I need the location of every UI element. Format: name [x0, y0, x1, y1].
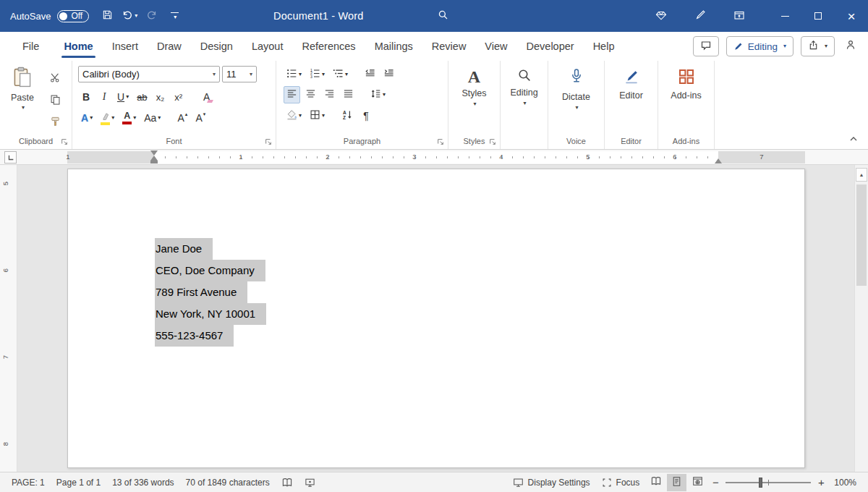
zoom-slider[interactable]	[726, 482, 811, 483]
redo-button[interactable]	[142, 5, 162, 27]
borders-button[interactable]: ▾	[307, 107, 328, 124]
styles-button[interactable]: A Styles ▾	[448, 61, 500, 132]
align-right-button[interactable]	[321, 86, 338, 103]
bullets-button[interactable]: ▾	[284, 66, 305, 83]
collapse-ribbon-button[interactable]	[849, 132, 858, 145]
document-line[interactable]: Jane Doe	[155, 238, 804, 260]
selected-text[interactable]: 789 First Avenue	[155, 281, 247, 303]
clipboard-dialog-launcher[interactable]	[61, 138, 68, 145]
diamond-button[interactable]	[651, 5, 671, 27]
align-left-button[interactable]	[284, 86, 300, 103]
selected-text[interactable]: CEO, Doe Company	[155, 260, 265, 281]
tab-design[interactable]: Design	[191, 32, 242, 61]
multilevel-list-button[interactable]: ▾	[330, 66, 351, 83]
copy-button[interactable]	[45, 91, 65, 110]
strikethrough-button[interactable]: ab	[134, 88, 150, 106]
word-count-indicator[interactable]: 13 of 336 words	[106, 472, 179, 492]
grow-font-button[interactable]: A▴	[174, 109, 190, 127]
vertical-ruler[interactable]: 5 6 7 8	[0, 165, 17, 472]
document-line[interactable]: CEO, Doe Company	[155, 260, 804, 281]
scrollbar-thumb[interactable]	[856, 184, 867, 286]
change-case-button[interactable]: Aa▾	[141, 109, 163, 127]
shrink-font-button[interactable]: A▾	[192, 109, 208, 127]
justify-button[interactable]	[340, 86, 357, 103]
dictate-button[interactable]: Dictate ▾	[548, 61, 604, 132]
document-line[interactable]: 555-123-4567	[155, 325, 804, 347]
tab-layout[interactable]: Layout	[242, 32, 293, 61]
font-name-select[interactable]: Calibri (Body)▾	[78, 66, 220, 82]
first-line-indent-marker[interactable]	[150, 150, 158, 156]
bold-button[interactable]: B	[78, 88, 94, 106]
underline-button[interactable]: U▾	[114, 88, 132, 106]
highlight-color-button[interactable]: ▾	[98, 109, 117, 127]
vertical-scrollbar[interactable]: ▲	[854, 165, 868, 472]
customize-quick-access-button[interactable]: ▾	[164, 5, 184, 27]
page-count-indicator[interactable]: Page 1 of 1	[51, 472, 106, 492]
zoom-slider-thumb[interactable]	[759, 478, 762, 488]
clear-formatting-button[interactable]: A	[199, 88, 215, 106]
document-area[interactable]: 5 6 7 8 Jane Doe CEO, Doe Company 789 Fi…	[0, 165, 868, 472]
pen-button[interactable]	[690, 5, 710, 27]
selected-text[interactable]: 555-123-4567	[155, 325, 234, 347]
comments-button[interactable]	[693, 36, 719, 56]
tab-insert[interactable]: Insert	[103, 32, 148, 61]
display-settings-button[interactable]: Display Settings	[507, 472, 596, 492]
editor-button[interactable]: Editor	[605, 61, 658, 132]
zoom-out-button[interactable]: −	[708, 474, 723, 491]
print-layout-button[interactable]	[667, 474, 686, 491]
hanging-indent-marker[interactable]	[150, 156, 158, 161]
text-predictions-button[interactable]	[299, 472, 321, 492]
numbering-button[interactable]: 123▾	[307, 66, 328, 83]
autosave-toggle[interactable]: Off	[57, 10, 89, 22]
focus-button[interactable]: Focus	[596, 472, 646, 492]
right-indent-marker[interactable]	[715, 158, 722, 164]
line-spacing-button[interactable]: ▾	[367, 86, 388, 103]
tab-home[interactable]: Home	[54, 32, 102, 61]
editing-button[interactable]: Editing ▾	[501, 61, 548, 132]
people-button[interactable]	[842, 39, 859, 54]
tab-review[interactable]: Review	[422, 32, 476, 61]
selected-text[interactable]: New York, NY 10001	[155, 303, 266, 325]
undo-button[interactable]: ▾	[119, 5, 140, 27]
tab-view[interactable]: View	[475, 32, 516, 61]
character-count-indicator[interactable]: 70 of 1849 characters	[180, 472, 276, 492]
tab-mailings[interactable]: Mailings	[365, 32, 422, 61]
save-button[interactable]	[97, 5, 117, 27]
left-indent-marker[interactable]	[150, 161, 158, 164]
tab-help[interactable]: Help	[584, 32, 624, 61]
cut-button[interactable]	[45, 69, 65, 88]
search-button[interactable]	[433, 5, 453, 27]
editing-mode-dropdown[interactable]: Editing▾	[726, 36, 793, 56]
tab-references[interactable]: References	[292, 32, 365, 61]
decrease-indent-button[interactable]	[362, 66, 378, 83]
document-line[interactable]: New York, NY 10001	[155, 303, 804, 325]
align-center-button[interactable]	[302, 86, 319, 103]
zoom-in-button[interactable]: +	[814, 474, 828, 491]
font-color-button[interactable]: A▾	[119, 109, 139, 127]
document-page[interactable]: Jane Doe CEO, Doe Company 789 First Aven…	[67, 169, 805, 468]
page-number-indicator[interactable]: PAGE: 1	[6, 472, 51, 492]
maximize-button[interactable]	[801, 0, 835, 32]
subscript-button[interactable]: x₂	[153, 88, 169, 106]
format-painter-button[interactable]	[45, 113, 65, 132]
font-size-select[interactable]: 11▾	[222, 66, 257, 82]
scroll-up-button[interactable]: ▲	[856, 168, 867, 182]
selected-text[interactable]: Jane Doe	[155, 238, 213, 260]
addins-button[interactable]: Add-ins	[658, 61, 714, 132]
share-button[interactable]: ▾	[801, 36, 835, 56]
superscript-button[interactable]: x²	[171, 88, 187, 106]
tab-file[interactable]: File	[13, 32, 48, 61]
read-mode-button[interactable]	[646, 474, 665, 491]
show-formatting-marks-button[interactable]: ¶	[358, 107, 374, 124]
minimize-button[interactable]	[768, 0, 801, 32]
tab-stop-selector[interactable]	[4, 151, 17, 164]
sort-button[interactable]: AZ	[339, 107, 356, 124]
italic-button[interactable]: I	[96, 88, 112, 106]
tab-draw[interactable]: Draw	[148, 32, 191, 61]
document-line[interactable]: 789 First Avenue	[155, 281, 804, 303]
proofing-status-button[interactable]	[276, 472, 299, 492]
horizontal-ruler[interactable]: 1 1 2 3 4 5 6 7	[67, 151, 805, 164]
text-effects-button[interactable]: A▾	[78, 109, 95, 127]
font-dialog-launcher[interactable]	[265, 138, 272, 145]
shading-button[interactable]: ▾	[284, 107, 305, 124]
